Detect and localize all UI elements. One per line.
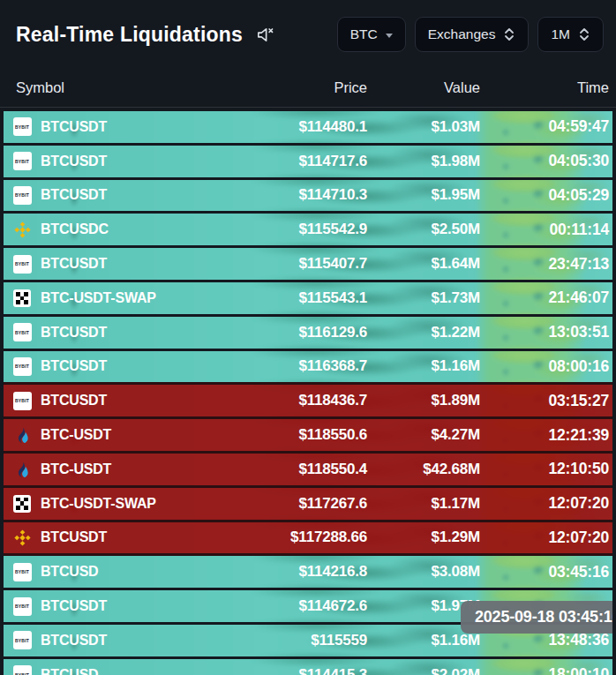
price-cell: $116368.7 (217, 357, 367, 375)
table-row[interactable]: BTC-USDT-SWAP $117267.6 $1.17M 12:07:20 (4, 485, 612, 520)
bybit-icon: BYBIT (12, 631, 32, 650)
table-row[interactable]: BTC-USDT $118550.4 $42.68M 12:10:50 (4, 451, 612, 485)
table-row[interactable]: BYBIT BTCUSD $114415.3 $2.02M 18:00:10 (4, 656, 612, 675)
price-cell: $114717.6 (217, 153, 367, 170)
price-cell: $114415.3 (217, 666, 367, 675)
time-cell: 04:59:47 (480, 117, 609, 136)
symbol-cell: BTCUSDT (41, 393, 107, 409)
time-cell: 03:15:27 (480, 392, 609, 410)
symbol-cell: BTCUSDT (41, 325, 107, 341)
symbol-cell: BTC-USDT (41, 461, 111, 477)
table-row[interactable]: BYBIT BTCUSDT $118436.7 $1.89M 03:15:27 (4, 382, 612, 416)
htx-icon (12, 460, 32, 479)
value-cell: $1.16M (367, 632, 480, 649)
bybit-icon: BYBIT (12, 185, 32, 205)
time-cell: 00:11:14 (480, 221, 609, 239)
datetime-tooltip: 2025-09-18 03:45:16 (461, 601, 612, 634)
bybit-icon: BYBIT (12, 117, 32, 137)
symbol-cell: BTCUSD (41, 564, 98, 580)
time-cell: 12:07:20 (480, 529, 609, 547)
speaker-muted-icon[interactable] (255, 25, 275, 45)
value-cell: $1.16M (367, 357, 480, 375)
value-cell: $1.17M (367, 495, 480, 513)
table-row[interactable]: BYBIT BTCUSDT $114480.1 $1.03M 04:59:47 (4, 109, 612, 143)
symbol-cell: BTC-USDT (41, 427, 111, 443)
exchanges-filter-dropdown[interactable]: Exchanges (415, 17, 530, 52)
coin-filter-dropdown[interactable]: BTC (337, 17, 406, 52)
price-cell: $117288.66 (217, 529, 367, 546)
bybit-icon: BYBIT (12, 391, 32, 410)
bybit-icon: BYBIT (12, 665, 32, 675)
table-row[interactable]: BYBIT BTCUSDT $115407.7 $1.64M 23:47:13 (4, 245, 612, 280)
table-row[interactable]: BYBIT BTCUSDT $114710.3 $1.95M 04:05:29 (4, 177, 612, 212)
symbol-cell: BTCUSDT (41, 633, 107, 649)
table-row[interactable]: BTCUSDT $117288.66 $1.29M 12:07:20 (4, 520, 612, 554)
symbol-cell: BTCUSDT (41, 358, 107, 374)
value-cell: $2.02M (367, 666, 480, 675)
time-cell: 04:05:30 (480, 152, 609, 170)
table-body: BYBIT BTCUSDT $114480.1 $1.03M 04:59:47 … (4, 109, 612, 675)
bybit-icon: BYBIT (12, 562, 32, 581)
time-cell: 23:47:13 (480, 255, 609, 274)
table-row[interactable]: BTC-USDT $118550.6 $4.27M 12:21:39 (4, 416, 612, 451)
symbol-cell: BTCUSD (41, 667, 98, 675)
price-cell: $114672.6 (217, 597, 367, 615)
price-cell: $115407.7 (217, 255, 367, 273)
time-cell: 13:48:36 (480, 631, 609, 649)
time-cell: 12:21:39 (480, 426, 609, 445)
table-row[interactable]: BYBIT BTCUSD $114216.8 $3.08M 03:45:16 (4, 553, 612, 588)
price-cell: $114216.8 (217, 563, 367, 581)
bybit-icon: BYBIT (12, 356, 32, 376)
page-title: Real-Time Liquidations (16, 23, 243, 47)
symbol-cell: BTCUSDT (41, 154, 107, 169)
symbol-cell: BTCUSDT (41, 529, 107, 545)
value-cell: $1.22M (367, 324, 480, 341)
value-cell: $2.50M (367, 221, 480, 238)
top-bar: Real-Time Liquidations BTC Exchanges 1M (0, 0, 616, 69)
value-cell: $3.08M (367, 563, 480, 581)
filter-bar: BTC Exchanges 1M (337, 17, 604, 52)
column-time: Time (480, 79, 609, 96)
value-cell: $1.95M (367, 186, 480, 204)
binance-icon (12, 220, 32, 239)
price-cell: $114710.3 (217, 186, 367, 204)
okx-icon (12, 289, 32, 308)
symbol-cell: BTCUSDT (41, 187, 107, 203)
time-cell: 03:45:16 (480, 563, 609, 581)
price-cell: $115542.9 (217, 221, 367, 238)
binance-icon (12, 528, 32, 547)
time-cell: 12:10:50 (480, 460, 609, 478)
price-cell: $114480.1 (217, 118, 367, 136)
value-cell: $1.89M (367, 392, 480, 409)
time-cell: 08:00:16 (480, 357, 609, 376)
table-row[interactable]: BTC-USDT-SWAP $115543.1 $1.73M 21:46:07 (4, 280, 612, 314)
liquidations-panel: Real-Time Liquidations BTC Exchanges 1M … (0, 0, 616, 675)
symbol-cell: BTCUSDT (41, 598, 107, 614)
column-value: Value (367, 79, 480, 96)
price-cell: $118436.7 (217, 392, 367, 409)
timeframe-filter-dropdown[interactable]: 1M (537, 17, 604, 52)
table-row[interactable]: BYBIT BTCUSDT $116368.7 $1.16M 08:00:16 (4, 349, 612, 383)
chevrons-up-down-icon (503, 26, 515, 42)
column-symbol: Symbol (16, 79, 217, 96)
time-cell: 18:00:10 (480, 665, 609, 675)
price-cell: $115559 (217, 632, 367, 649)
value-cell: $1.64M (367, 255, 480, 273)
table-row[interactable]: BYBIT BTCUSDT $114717.6 $1.98M 04:05:30 (4, 143, 612, 177)
time-cell: 12:07:20 (480, 494, 609, 513)
bybit-icon: BYBIT (12, 596, 32, 616)
time-cell: 13:03:51 (480, 323, 609, 341)
value-cell: $42.68M (367, 461, 480, 478)
symbol-cell: BTCUSDC (41, 221, 109, 237)
time-cell: 21:46:07 (480, 289, 609, 307)
table-row[interactable]: BTCUSDC $115542.9 $2.50M 00:11:14 (4, 211, 612, 245)
value-cell: $1.98M (367, 153, 480, 170)
price-cell: $116129.6 (217, 324, 367, 341)
price-cell: $117267.6 (217, 495, 367, 513)
table-row[interactable]: BYBIT BTCUSDT $116129.6 $1.22M 13:03:51 (4, 314, 612, 349)
price-cell: $118550.6 (217, 426, 367, 444)
value-cell: $4.27M (367, 426, 480, 444)
chevrons-up-down-icon (578, 26, 590, 42)
bybit-icon: BYBIT (12, 152, 32, 171)
symbol-cell: BTCUSDT (41, 119, 107, 135)
